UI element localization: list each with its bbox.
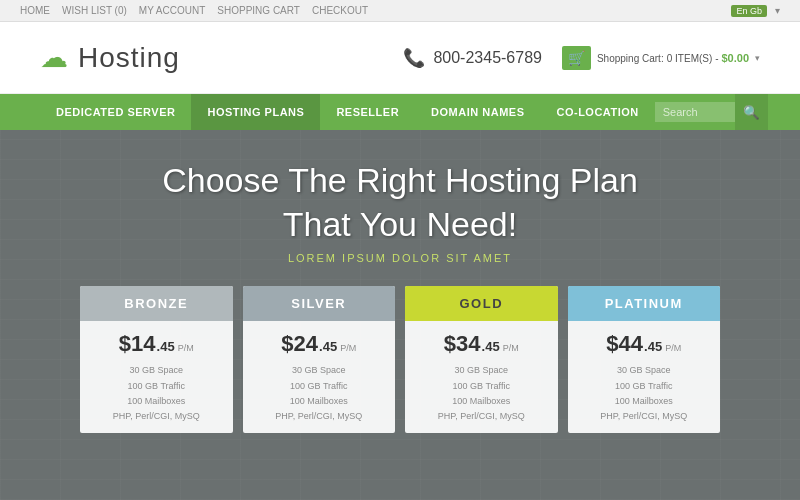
nav-dedicated-server[interactable]: DEDICATED SERVER — [40, 94, 191, 130]
cart-icon-box: 🛒 — [562, 46, 591, 70]
search-input[interactable] — [655, 102, 735, 122]
language-selector[interactable]: En Gb — [731, 5, 767, 17]
gold-price-decimal: .45 — [482, 339, 500, 354]
platinum-period: P/M — [665, 343, 681, 353]
cart-items: 0 ITEM(S) — [667, 53, 713, 64]
nav-hosting-plans[interactable]: HOSTING PLANS — [191, 94, 320, 130]
cart-info: Shopping Cart: 0 ITEM(S) - $0.00 — [597, 52, 749, 64]
cart-icon: 🛒 — [568, 50, 585, 66]
hero-section: Choose The Right Hosting Plan That You N… — [0, 130, 800, 500]
gold-features: 30 GB Space 100 GB Traffic 100 Mailboxes… — [417, 363, 546, 424]
platinum-price-decimal: .45 — [644, 339, 662, 354]
top-bar-right: En Gb ▾ — [731, 5, 780, 17]
cart-price: $0.00 — [721, 52, 749, 64]
platinum-body: $44 .45 P/M 30 GB Space 100 GB Traffic 1… — [568, 321, 721, 432]
silver-body: $24 .45 P/M 30 GB Space 100 GB Traffic 1… — [243, 321, 396, 432]
header-right: 📞 800-2345-6789 🛒 Shopping Cart: 0 ITEM(… — [403, 46, 760, 70]
gold-period: P/M — [503, 343, 519, 353]
pricing-card-platinum[interactable]: PLATINUM $44 .45 P/M 30 GB Space 100 GB … — [568, 286, 721, 432]
silver-price-decimal: .45 — [319, 339, 337, 354]
cart-widget[interactable]: 🛒 Shopping Cart: 0 ITEM(S) - $0.00 ▾ — [562, 46, 760, 70]
cart-chevron-icon: ▾ — [755, 53, 760, 63]
nav-domain-names[interactable]: DOMAIN NAMES — [415, 94, 540, 130]
topbar-home-link[interactable]: HOME — [20, 5, 50, 16]
silver-period: P/M — [340, 343, 356, 353]
pricing-card-silver[interactable]: SILVER $24 .45 P/M 30 GB Space 100 GB Tr… — [243, 286, 396, 432]
pricing-card-bronze[interactable]: BRONZE $14 .45 P/M 30 GB Space 100 GB Tr… — [80, 286, 233, 432]
bronze-period: P/M — [178, 343, 194, 353]
logo-text: Hosting — [78, 42, 180, 74]
top-bar: HOME WISH LIST (0) MY ACCOUNT SHOPPING C… — [0, 0, 800, 22]
topbar-wishlist-link[interactable]: WISH LIST (0) — [62, 5, 127, 16]
search-button[interactable]: 🔍 — [735, 94, 768, 130]
nav-search[interactable]: 🔍 — [655, 94, 768, 130]
silver-price-whole: $24 — [281, 331, 318, 357]
bronze-price: $14 .45 P/M — [92, 331, 221, 357]
topbar-checkout-link[interactable]: CHECKOUT — [312, 5, 368, 16]
phone-icon: 📞 — [403, 47, 425, 69]
bronze-price-whole: $14 — [119, 331, 156, 357]
bronze-body: $14 .45 P/M 30 GB Space 100 GB Traffic 1… — [80, 321, 233, 432]
topbar-cart-link[interactable]: SHOPPING CART — [217, 5, 300, 16]
logo[interactable]: ☁ Hosting — [40, 41, 180, 74]
cloud-icon: ☁ — [40, 41, 68, 74]
bronze-price-decimal: .45 — [157, 339, 175, 354]
header: ☁ Hosting 📞 800-2345-6789 🛒 Shopping Car… — [0, 22, 800, 94]
hero-content: Choose The Right Hosting Plan That You N… — [0, 130, 800, 433]
hero-title: Choose The Right Hosting Plan That You N… — [162, 158, 638, 246]
bronze-features: 30 GB Space 100 GB Traffic 100 Mailboxes… — [92, 363, 221, 424]
gold-price-whole: $34 — [444, 331, 481, 357]
navigation: DEDICATED SERVER HOSTING PLANS RESELLER … — [0, 94, 800, 130]
phone-number-text: 800-2345-6789 — [433, 49, 542, 67]
top-bar-links: HOME WISH LIST (0) MY ACCOUNT SHOPPING C… — [20, 5, 368, 16]
platinum-features: 30 GB Space 100 GB Traffic 100 Mailboxes… — [580, 363, 709, 424]
silver-header: SILVER — [243, 286, 396, 321]
gold-price: $34 .45 P/M — [417, 331, 546, 357]
search-icon: 🔍 — [743, 105, 760, 120]
gold-header: GOLD — [405, 286, 558, 321]
silver-price: $24 .45 P/M — [255, 331, 384, 357]
nav-co-location[interactable]: CO-LOCATION — [540, 94, 654, 130]
chevron-down-icon: ▾ — [775, 5, 780, 16]
silver-features: 30 GB Space 100 GB Traffic 100 Mailboxes… — [255, 363, 384, 424]
pricing-row: BRONZE $14 .45 P/M 30 GB Space 100 GB Tr… — [0, 286, 800, 432]
hero-subtitle: LOREM IPSUM DOLOR SIT AMET — [288, 252, 512, 264]
nav-reseller[interactable]: RESELLER — [320, 94, 415, 130]
bronze-header: BRONZE — [80, 286, 233, 321]
pricing-card-gold[interactable]: GOLD $34 .45 P/M 30 GB Space 100 GB Traf… — [405, 286, 558, 432]
platinum-header: PLATINUM — [568, 286, 721, 321]
platinum-price-whole: $44 — [606, 331, 643, 357]
gold-body: $34 .45 P/M 30 GB Space 100 GB Traffic 1… — [405, 321, 558, 432]
phone-number: 📞 800-2345-6789 — [403, 47, 542, 69]
topbar-account-link[interactable]: MY ACCOUNT — [139, 5, 206, 16]
platinum-price: $44 .45 P/M — [580, 331, 709, 357]
cart-label: Shopping Cart: — [597, 53, 664, 64]
